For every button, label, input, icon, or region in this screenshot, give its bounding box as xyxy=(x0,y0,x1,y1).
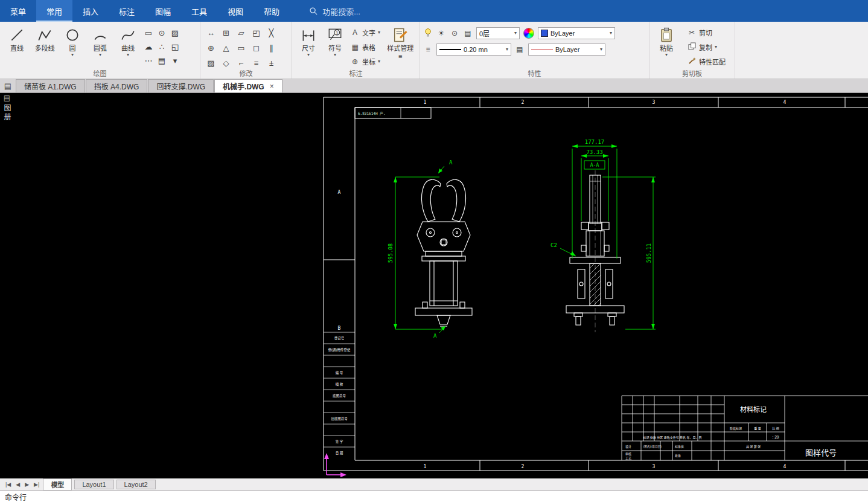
more-draw-icon[interactable]: ⋯ xyxy=(142,54,155,68)
line-button[interactable]: 直线 xyxy=(3,23,31,53)
match-properties-button[interactable]: 特性匹配 xyxy=(685,54,727,69)
freeze-icon[interactable]: ⊙ xyxy=(450,29,459,37)
annotate-panel-label: 标注 xyxy=(292,70,420,78)
album-palette-tab[interactable]: ▤ 图册 xyxy=(1,94,13,122)
lineweight-select[interactable]: 0.20 mn ▾ xyxy=(436,43,511,56)
rotate-icon[interactable]: ⊕ xyxy=(203,40,219,56)
panel-clipboard: 粘贴 ▾ ✂ 剪切 复制 ▾ 特性匹配 xyxy=(649,22,735,79)
layer-select[interactable]: 0层 ▾ xyxy=(476,27,520,39)
paste-dropdown-icon[interactable]: ▾ xyxy=(665,53,668,57)
paste-button[interactable]: 粘贴 ▾ xyxy=(653,23,680,69)
mirror-icon[interactable]: ▱ xyxy=(234,25,249,40)
symbol-button[interactable]: 1 符号 ▾ xyxy=(322,23,348,57)
sign-date-label: (签名) (年月日) xyxy=(643,445,662,449)
function-search[interactable]: 功能搜索... xyxy=(303,0,366,22)
layer-box-icon[interactable]: ▤ xyxy=(463,29,473,37)
close-tab-icon[interactable]: × xyxy=(270,82,274,91)
dimension-button[interactable]: 尺寸 ▾ xyxy=(295,23,322,57)
lightbulb-icon[interactable] xyxy=(423,28,433,39)
rectangle-icon[interactable]: ▭ xyxy=(142,26,155,40)
dimension-dropdown-icon[interactable]: ▾ xyxy=(307,53,310,57)
symbol-dropdown-icon[interactable]: ▾ xyxy=(334,53,336,57)
draw-overflow-icon[interactable]: ▾ xyxy=(168,54,182,68)
donut-icon[interactable]: ⊙ xyxy=(155,26,168,40)
menu-tab-home[interactable]: 常用 xyxy=(36,0,72,22)
circle-button[interactable]: 圆 ▾ xyxy=(59,23,86,57)
menu-tab-annotate[interactable]: 标注 xyxy=(109,0,145,22)
prev-layout-icon[interactable]: ◀ xyxy=(14,481,22,488)
spline-button[interactable]: 曲线 ▾ xyxy=(114,23,142,57)
clipboard-panel-label: 剪切板 xyxy=(649,70,735,78)
offset-icon[interactable]: ∥ xyxy=(264,40,279,56)
line-icon xyxy=(7,25,27,45)
lengthen-icon[interactable]: ≡ xyxy=(249,56,264,71)
cut-label: 剪切 xyxy=(699,28,712,37)
first-layout-icon[interactable]: |◀ xyxy=(4,481,13,488)
linetype-select[interactable]: ByLayer ▾ xyxy=(528,43,605,56)
break-icon[interactable]: ± xyxy=(264,56,279,71)
drawing-viewport[interactable]: 1 2 3 4 1 2 3 4 A B 6.831614H 产. xyxy=(0,93,868,478)
point-icon[interactable]: ∴ xyxy=(155,40,168,54)
cut-button[interactable]: ✂ 剪切 xyxy=(685,25,727,40)
layout-tab-layout1[interactable]: Layout1 xyxy=(74,480,113,489)
chamfer-icon[interactable]: △ xyxy=(219,40,234,56)
explode-icon[interactable]: ◻ xyxy=(249,40,264,56)
doc-tab-huizhuanzhicheng[interactable]: 回转支撑.DWG xyxy=(148,79,214,92)
stage-mark-label: 阶段标记 xyxy=(730,426,742,431)
polyline-icon xyxy=(35,25,54,45)
text-button[interactable]: A 文字 ▾ xyxy=(348,25,384,40)
title-block: 材料标记 图样代号 标记 处数 分区 更改文件号 签名 年、月、日 设计 (签名… xyxy=(622,396,868,460)
copy-dropdown-icon[interactable]: ▾ xyxy=(715,45,717,50)
menu-tab-insert[interactable]: 插入 xyxy=(72,0,109,22)
trim-icon[interactable]: ⌐ xyxy=(234,56,249,71)
color-wheel-icon[interactable] xyxy=(523,28,534,39)
region-icon[interactable]: ◱ xyxy=(168,40,182,54)
copy-button[interactable]: 复制 ▾ xyxy=(685,40,727,54)
last-layout-icon[interactable]: ▶| xyxy=(32,481,41,488)
ucs-icon xyxy=(324,453,346,477)
dimension-texts: 595.08 177.17 73.33 A-A 595.11 A A C2 xyxy=(388,139,652,339)
menu-tab-help[interactable]: 帮助 xyxy=(254,0,290,22)
model-space-canvas[interactable]: ▤ 图册 xyxy=(0,93,868,478)
layout-tab-layout2[interactable]: Layout2 xyxy=(116,480,156,489)
coordinate-dropdown-icon[interactable]: ▾ xyxy=(378,59,380,64)
menu-tab-view[interactable]: 视图 xyxy=(217,0,254,22)
command-line[interactable]: 命令行 xyxy=(0,491,868,502)
palette-pin-icon[interactable]: ▤ xyxy=(0,79,16,92)
gradient-icon[interactable]: ▤ xyxy=(155,54,168,68)
scale-icon[interactable]: ◰ xyxy=(249,25,264,40)
doc-tab-jixieshou[interactable]: 机械手.DWG × xyxy=(214,79,282,92)
array-icon[interactable]: ⊞ xyxy=(219,25,234,40)
hatch-icon[interactable]: ▨ xyxy=(168,26,182,40)
fillet-icon[interactable]: ◇ xyxy=(219,56,234,71)
arc-dropdown-icon[interactable]: ▾ xyxy=(99,53,101,57)
sun-icon[interactable]: ☀ xyxy=(436,29,446,37)
menu-tab-sheet[interactable]: 图幅 xyxy=(145,0,181,22)
style-manager-button[interactable]: 样式管理 ≡ xyxy=(384,23,416,60)
menu-tab-tools[interactable]: 工具 xyxy=(181,0,217,22)
layout-tab-bar: |◀ ◀ ▶ ▶| 模型 Layout1 Layout2 xyxy=(0,478,868,491)
table-button[interactable]: ▦ 表格 xyxy=(348,40,384,54)
arc-button[interactable]: 圆弧 ▾ xyxy=(86,23,114,57)
stretch-icon[interactable]: ▭ xyxy=(234,40,249,56)
properties-menu-icon[interactable]: ≡ xyxy=(423,45,433,54)
doc-tab-chumiaoban[interactable]: 储苗板 A1.DWG xyxy=(16,79,85,92)
copy-label: 复制 xyxy=(699,42,712,52)
next-layout-icon[interactable]: ▶ xyxy=(23,481,31,488)
coordinate-button[interactable]: ⊕ 坐标 ▾ xyxy=(348,54,384,69)
layout-tab-model[interactable]: 模型 xyxy=(43,478,72,491)
text-dropdown-icon[interactable]: ▾ xyxy=(378,30,380,35)
circle-dropdown-icon[interactable]: ▾ xyxy=(71,53,74,57)
menu-item-app[interactable]: 菜单 xyxy=(0,0,36,22)
polyline-label: 多段线 xyxy=(35,45,55,53)
color-select[interactable]: ByLayer ▾ xyxy=(538,27,615,39)
hatch-edit-icon[interactable]: ▨ xyxy=(203,56,219,71)
move-icon[interactable]: ↔ xyxy=(203,25,219,40)
annotate-menu-icon[interactable]: ≡ xyxy=(398,53,402,60)
spline-dropdown-icon[interactable]: ▾ xyxy=(127,53,129,57)
polyline-button[interactable]: 多段线 xyxy=(31,23,59,53)
erase-icon[interactable]: ╳ xyxy=(264,25,279,40)
revision-cloud-icon[interactable]: ☁ xyxy=(142,40,155,54)
linetype-box-icon[interactable]: ▤ xyxy=(515,45,525,54)
doc-tab-dangban[interactable]: 挡板 A4.DWG xyxy=(86,79,148,92)
